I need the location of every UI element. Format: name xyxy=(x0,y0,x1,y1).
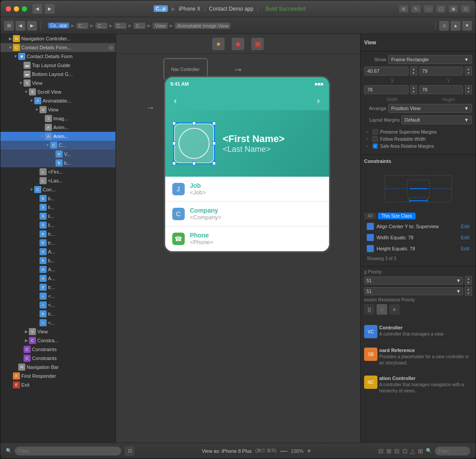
sidebar-item-a3[interactable]: A A... xyxy=(0,274,115,283)
spinner-up[interactable]: ▲ xyxy=(411,67,417,71)
nav-back-arrow[interactable]: ‹ xyxy=(171,94,181,107)
filter-input[interactable] xyxy=(15,447,121,455)
split-button[interactable]: ▢ xyxy=(436,5,445,12)
sidebar-item-constraints2[interactable]: C Constraints xyxy=(0,345,115,354)
delete-button[interactable]: ⊖ xyxy=(108,44,114,51)
forward-button[interactable]: ▶ xyxy=(45,4,55,14)
sidebar-item-exit[interactable]: E Exit xyxy=(0,380,115,389)
sidebar-item-l2[interactable]: < <... xyxy=(0,301,115,309)
priority-spinner-1[interactable]: ▲ ▼ xyxy=(465,276,472,285)
preserve-checkbox[interactable] xyxy=(373,129,378,135)
zoom-plus-button[interactable]: + xyxy=(307,447,311,455)
close-button[interactable] xyxy=(6,6,11,12)
resolve-icon[interactable]: △ xyxy=(410,447,415,455)
layout-margins-dropdown[interactable]: Default ▼ xyxy=(401,115,472,124)
breadcrumb-c1[interactable]: C... xyxy=(76,23,88,29)
tab-size-class[interactable]: This Size Class xyxy=(378,213,416,219)
sidebar-item-top-layout[interactable]: ▬ Top Layout Guide xyxy=(0,61,115,70)
sidebar-item-view2[interactable]: ▼ V View xyxy=(0,105,115,114)
sidebar-item-anim2[interactable]: ▼ A Anim... xyxy=(0,132,115,141)
sidebar-item-animatable[interactable]: ▼ A Animatable... xyxy=(0,96,115,105)
sidebar-item-nav-controller[interactable]: ▶ N Navigation Controller... xyxy=(0,34,115,43)
priority-dropdown-2[interactable]: 51 ▼ xyxy=(364,287,463,295)
y-spinner[interactable]: ▲ ▼ xyxy=(465,67,472,75)
sidebar-item-con[interactable]: ▼ C Con... xyxy=(0,185,115,194)
back-button[interactable]: ◀ xyxy=(32,4,42,14)
ps1-down[interactable]: ▼ xyxy=(465,281,472,285)
sidebar-item-tr1[interactable]: tr tr... xyxy=(0,230,115,238)
share-button[interactable]: → xyxy=(424,5,433,12)
breadcrumb-app[interactable]: Co...app xyxy=(48,23,69,28)
show-dropdown[interactable]: Frame Rectangle ▼ xyxy=(388,55,472,64)
w-spinner-up[interactable]: ▲ xyxy=(411,86,417,90)
info-tab-json[interactable]: {} xyxy=(364,304,375,315)
arrange-dropdown[interactable]: Position View ▼ xyxy=(388,104,472,113)
align-left-icon[interactable]: ⊟ xyxy=(378,447,384,455)
sidebar-item-bottom-layout[interactable]: ▬ Bottom Layout G... xyxy=(0,70,115,79)
sidebar-item-image[interactable]: I Imag... xyxy=(0,114,115,123)
job-row[interactable]: J Job <Job> xyxy=(165,177,329,202)
sidebar-item-a1[interactable]: A A... xyxy=(0,247,115,256)
constraint-center-y-edit[interactable]: Edit xyxy=(461,224,469,229)
breadcrumb-animatable[interactable]: Animatable Image View xyxy=(175,23,230,29)
sidebar-item-constraints1[interactable]: ▶ C Constra... xyxy=(0,336,115,345)
ps1-up[interactable]: ▲ xyxy=(465,277,472,281)
avatar-container[interactable] xyxy=(174,123,214,163)
info-tab-list[interactable]: ≡ xyxy=(389,304,400,315)
handle-ml[interactable] xyxy=(172,142,176,145)
sidebar-item-view1[interactable]: ▼ V View xyxy=(0,79,115,87)
priority-dropdown-1[interactable]: 51 ▼ xyxy=(364,277,463,285)
align-center-icon[interactable]: ⊞ xyxy=(386,447,392,455)
canvas-tool-1[interactable]: ● xyxy=(212,38,225,50)
minimize-button[interactable] xyxy=(14,6,19,12)
canvas-tool-3[interactable]: ▣ xyxy=(251,38,264,50)
y-input[interactable] xyxy=(419,67,464,75)
nav-forward[interactable]: ▶ xyxy=(27,21,37,31)
maximize-button[interactable] xyxy=(22,6,27,12)
sidebar-item-li1[interactable]: li li... xyxy=(0,203,115,212)
breadcrumb-c3[interactable]: C... xyxy=(115,23,127,29)
ps2-up[interactable]: ▲ xyxy=(465,287,472,291)
breadcrumb-c4[interactable]: C... xyxy=(134,23,146,29)
w-spinner-down[interactable]: ▼ xyxy=(411,90,417,94)
safe-area-checkbox[interactable]: ✓ xyxy=(373,143,378,149)
sidebar-item-tr4[interactable]: tr tr... xyxy=(0,309,115,318)
x-spinner[interactable]: ▲ ▼ xyxy=(410,67,417,75)
sidebar-item-li2[interactable]: li li... xyxy=(0,212,115,221)
height-spinner[interactable]: ▲ ▼ xyxy=(465,85,472,94)
right-filter-input[interactable] xyxy=(435,447,470,455)
down-arrow-btn[interactable]: ▼ xyxy=(462,21,472,31)
handle-tr[interactable] xyxy=(212,122,216,125)
layout-toggle[interactable]: ⊡ xyxy=(125,446,135,456)
sidebar-item-scroll-view[interactable]: ▼ S Scroll View xyxy=(0,87,115,96)
refresh-button[interactable]: ↻ xyxy=(412,5,420,12)
follow-checkbox[interactable] xyxy=(373,136,378,142)
embed-icon[interactable]: ⊡ xyxy=(402,447,408,455)
company-row[interactable]: C Company <Company> xyxy=(165,202,329,226)
x-input[interactable] xyxy=(364,67,409,75)
sidebar-item-contact-form-group[interactable]: ▼ C Contact Details Form... ⊖ xyxy=(0,43,115,52)
phone-row[interactable]: ☎ Phone <Phone> xyxy=(165,226,329,251)
sidebar-item-li3[interactable]: li li... xyxy=(0,221,115,230)
handle-mr[interactable] xyxy=(212,142,216,145)
sidebar-item-v[interactable]: V V... xyxy=(0,150,115,158)
sidebar-item-contact-form[interactable]: ▼ ■ Contact Details Form xyxy=(0,52,115,61)
sidebar-item-b3[interactable]: b b... xyxy=(0,256,115,265)
grid-icon[interactable]: ⊞ xyxy=(4,21,14,31)
width-input[interactable] xyxy=(364,85,409,94)
handle-tl[interactable] xyxy=(172,122,176,125)
sidebar-item-b[interactable]: b b... xyxy=(0,158,115,167)
sidebar-item-constraints3[interactable]: C Constraints xyxy=(0,354,115,363)
breadcrumb-view[interactable]: View xyxy=(153,23,168,29)
canvas-tool-2[interactable]: ◆ xyxy=(232,38,244,50)
sidebar-item-first[interactable]: L <Firs... xyxy=(0,167,115,176)
width-spinner[interactable]: ▲ ▼ xyxy=(410,85,417,94)
handle-br[interactable] xyxy=(212,162,216,165)
sidebar-item-view3[interactable]: ▶ V View xyxy=(0,327,115,336)
info-tab-circle[interactable]: ○ xyxy=(377,304,387,315)
layout-button[interactable]: ▣ xyxy=(449,5,458,12)
grid-view-button[interactable]: ⊞ xyxy=(399,5,408,12)
sidebar-item-tr2[interactable]: tr tr... xyxy=(0,238,115,247)
sidebar-item-b2[interactable]: b b... xyxy=(0,194,115,203)
up-arrow-btn[interactable]: ▲ xyxy=(451,21,460,31)
